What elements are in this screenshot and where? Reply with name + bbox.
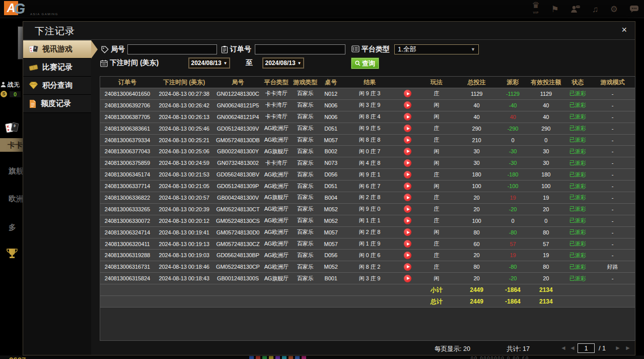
cell-mode: - — [590, 227, 635, 238]
replay-play-icon[interactable] — [404, 240, 411, 248]
subtotal-total-bet: 2449 — [455, 284, 499, 295]
column-header: 有效投注额 — [527, 77, 565, 88]
sidebar-item-label: 额度记录 — [41, 99, 71, 108]
date-to-picker[interactable]: 2024/08/13 ▼ — [262, 57, 304, 69]
platform-type-select[interactable]: 1.全部 ▼ — [394, 44, 479, 54]
replay-play-icon[interactable] — [404, 252, 411, 259]
page-number-input[interactable] — [578, 343, 595, 353]
first-page-icon[interactable]: ◄ — [560, 344, 566, 351]
replay-play-icon[interactable] — [404, 205, 411, 213]
replay-play-icon[interactable] — [404, 148, 411, 155]
flag-icon[interactable]: ⚑ — [551, 6, 559, 13]
cell-bet_type: 闲 — [418, 111, 455, 123]
cell-payout: 19 — [499, 250, 527, 261]
cell-bet_type: 庄 — [418, 250, 455, 261]
cell-status: 已派彩 — [565, 204, 590, 215]
cell-time: 2024-08-13 00:19:41 — [155, 227, 214, 238]
cell-total_bet: 40 — [455, 100, 499, 111]
cell-game: 百家乐 — [291, 227, 320, 238]
table-empty-area — [100, 307, 635, 340]
cell-platform: AG欧洲厅 — [262, 261, 291, 272]
cell-table_no: M052 — [320, 204, 342, 215]
sidebar-item-quota-records[interactable]: 额度记录 — [23, 95, 91, 113]
replay-play-icon[interactable] — [404, 159, 411, 167]
cell-order: 240813006377043 — [100, 146, 155, 157]
sidebar-item-points-query[interactable]: 积分查询 — [23, 77, 91, 95]
sidebar-item-video-games[interactable]: K♥9 视讯游戏 — [23, 40, 91, 58]
chevron-down-icon: ▼ — [224, 61, 228, 66]
gear-icon[interactable]: ⚙ — [610, 6, 618, 13]
cell-bet_type: 庄 — [418, 215, 455, 226]
column-header: 玩法 — [418, 77, 455, 88]
replay-play-icon[interactable] — [404, 275, 411, 282]
cell-time: 2024-08-13 00:25:46 — [155, 123, 214, 134]
coin-icon: S — [1, 91, 7, 97]
prev-page-icon[interactable]: ◄ — [569, 344, 576, 351]
replay-play-icon[interactable] — [404, 171, 411, 178]
vip-crown-icon[interactable]: ♛VIP — [532, 2, 540, 17]
cell-replay — [397, 169, 418, 180]
replay-play-icon[interactable] — [404, 125, 411, 132]
cell-order: 240813006337714 — [100, 181, 155, 192]
chat-icon[interactable] — [629, 5, 639, 13]
table-row: 2408130063927062024-08-13 00:26:42GN0062… — [100, 99, 635, 111]
cell-replay — [397, 123, 418, 134]
replay-play-icon[interactable] — [404, 90, 411, 97]
order-number-input[interactable] — [255, 44, 345, 54]
column-header: 总投注 — [455, 77, 499, 88]
cell-platform: AG欧洲厅 — [262, 169, 291, 180]
round-number-input[interactable] — [127, 44, 217, 54]
cell-order: 240813006315824 — [100, 273, 155, 284]
cell-mode: - — [590, 192, 635, 203]
cell-valid_bet: 80 — [527, 227, 565, 238]
cell-time: 2024-08-13 00:21:53 — [155, 169, 214, 180]
cell-replay — [397, 88, 418, 99]
per-page-label: 每页显示: 20 — [435, 345, 470, 353]
replay-play-icon[interactable] — [404, 194, 411, 201]
cell-result: 闲 8 庄 8 — [342, 135, 397, 146]
date-from-picker[interactable]: 2024/08/13 ▼ — [188, 57, 230, 69]
table-row: 2408130063836612024-08-13 00:25:46GD0512… — [100, 123, 635, 134]
replay-play-icon[interactable] — [404, 228, 411, 236]
cell-time: 2024-08-13 00:25:06 — [155, 146, 214, 157]
replay-play-icon[interactable] — [404, 101, 411, 109]
table-row: 2408130063167312024-08-13 00:18:46GM0522… — [100, 261, 635, 272]
search-button[interactable]: 查询 — [351, 57, 379, 69]
next-page-icon[interactable]: ► — [615, 344, 621, 351]
cell-total_bet: 80 — [455, 227, 499, 238]
cell-round: GB0022481300Y — [214, 146, 262, 157]
cell-mode: - — [590, 100, 635, 111]
support-icon[interactable] — [570, 5, 581, 13]
cell-time: 2024-08-13 00:18:43 — [155, 273, 214, 284]
cell-valid_bet: 30 — [527, 146, 565, 157]
cell-mode: - — [590, 181, 635, 192]
replay-play-icon[interactable] — [404, 113, 411, 121]
cell-total_bet: 290 — [455, 123, 499, 134]
cell-round: GD056248130BV — [214, 169, 262, 180]
cell-payout: 0 — [499, 215, 527, 226]
cell-order: 240813006320411 — [100, 238, 155, 250]
close-icon[interactable]: × — [621, 25, 627, 34]
replay-play-icon[interactable] — [404, 136, 411, 144]
replay-play-icon[interactable] — [404, 263, 411, 271]
cell-time: 2024-08-13 00:26:42 — [155, 100, 214, 111]
betting-records-dialog: 下注记录 × K♥9 视讯游戏 比赛记录 积分查询 额度记录 局号 订单号 — [23, 21, 635, 355]
column-header: 派彩 — [499, 77, 527, 88]
chevron-down-icon: ▼ — [298, 61, 302, 66]
cell-payout: -20 — [499, 204, 527, 215]
music-icon[interactable]: ♫ — [592, 6, 599, 13]
table-row: 2408130063300722024-08-13 00:20:12GM0522… — [100, 215, 635, 226]
cell-result: 闲 2 庄 8 — [342, 192, 397, 203]
lobby-menu-item: 欧洲 — [9, 194, 24, 204]
replay-play-icon[interactable] — [404, 217, 411, 224]
topbar-icon-group: ♛VIP ⚑ ♫ ⚙ — [532, 0, 639, 18]
sidebar-item-match-records[interactable]: 比赛记录 — [23, 58, 91, 77]
cell-game: 百家乐 — [291, 181, 320, 192]
replay-play-icon[interactable] — [404, 183, 411, 190]
order-number-label: 订单号 — [230, 45, 251, 54]
cell-payout: -20 — [499, 273, 527, 284]
last-page-icon[interactable]: ► — [625, 344, 631, 351]
cell-payout: -80 — [499, 261, 527, 272]
cell-order: 240813006401650 — [100, 88, 155, 99]
cell-platform: 卡卡湾厅 — [262, 100, 291, 111]
